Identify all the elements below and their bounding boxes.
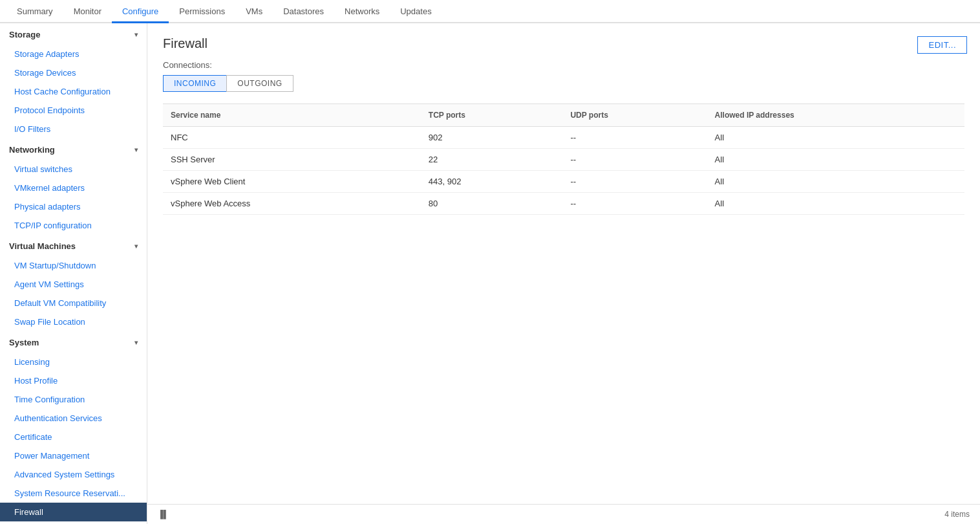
firewall-table: Service name TCP ports UDP ports Allowed… xyxy=(163,104,964,215)
sidebar-item-certificate[interactable]: Certificate xyxy=(0,428,147,446)
tab-monitor[interactable]: Monitor xyxy=(63,1,112,23)
table-header-row: Service name TCP ports UDP ports Allowed… xyxy=(163,104,964,127)
sidebar-item-authentication-services[interactable]: Authentication Services xyxy=(0,409,147,428)
chevron-down-icon: ▾ xyxy=(134,146,138,153)
sidebar-item-host-profile[interactable]: Host Profile xyxy=(0,371,147,390)
tab-permissions[interactable]: Permissions xyxy=(169,1,235,23)
sidebar-item-protocol-endpoints[interactable]: Protocol Endpoints xyxy=(0,101,147,120)
items-count: 4 items xyxy=(944,510,970,519)
cell-allowed: All xyxy=(707,193,964,215)
toggle-group: INCOMING OUTGOING xyxy=(163,75,964,92)
sidebar-item-storage-devices[interactable]: Storage Devices xyxy=(0,63,147,82)
cell-tcp: 22 xyxy=(421,149,563,171)
sidebar-item-vm-startup-shutdown[interactable]: VM Startup/Shutdown xyxy=(0,256,147,275)
sidebar-section-label: System xyxy=(9,338,39,347)
edit-button[interactable]: EDIT... xyxy=(917,36,967,54)
sidebar-item-swap-file-location[interactable]: Swap File Location xyxy=(0,312,147,331)
tab-datastores[interactable]: Datastores xyxy=(273,1,334,23)
sidebar-item-firewall[interactable]: Firewall xyxy=(0,503,147,521)
cell-udp: -- xyxy=(562,149,707,171)
sidebar-section-storage[interactable]: Storage▾ xyxy=(0,23,147,45)
cell-udp: -- xyxy=(562,171,707,193)
sidebar-item-time-configuration[interactable]: Time Configuration xyxy=(0,390,147,409)
sidebar-section-system[interactable]: System▾ xyxy=(0,331,147,353)
table-row: SSH Server22--All xyxy=(163,149,964,171)
sidebar-item-licensing[interactable]: Licensing xyxy=(0,353,147,371)
tab-networks[interactable]: Networks xyxy=(334,1,390,23)
col-header-udp: UDP ports xyxy=(562,104,707,127)
cell-tcp: 80 xyxy=(421,193,563,215)
incoming-toggle[interactable]: INCOMING xyxy=(163,75,226,92)
sidebar: Storage▾Storage AdaptersStorage DevicesH… xyxy=(0,23,147,524)
sidebar-section-label: Networking xyxy=(9,145,55,155)
table-row: vSphere Web Client443, 902--All xyxy=(163,171,964,193)
cell-tcp: 902 xyxy=(421,127,563,149)
cell-service: NFC xyxy=(163,127,421,149)
sidebar-item-virtual-switches[interactable]: Virtual switches xyxy=(0,160,147,179)
table-row: vSphere Web Access80--All xyxy=(163,193,964,215)
cell-tcp: 443, 902 xyxy=(421,171,563,193)
sidebar-item-i-o-filters[interactable]: I/O Filters xyxy=(0,120,147,138)
content-area: Firewall EDIT... Connections: INCOMING O… xyxy=(147,23,980,524)
cell-allowed: All xyxy=(707,127,964,149)
sidebar-item-storage-adapters[interactable]: Storage Adapters xyxy=(0,45,147,63)
cell-udp: -- xyxy=(562,127,707,149)
sidebar-item-agent-vm-settings[interactable]: Agent VM Settings xyxy=(0,275,147,294)
tab-summary[interactable]: Summary xyxy=(6,1,63,23)
cell-allowed: All xyxy=(707,149,964,171)
col-header-service: Service name xyxy=(163,104,421,127)
chevron-down-icon: ▾ xyxy=(134,339,138,346)
sidebar-section-virtual-machines[interactable]: Virtual Machines▾ xyxy=(0,235,147,256)
table-row: NFC902--All xyxy=(163,127,964,149)
chevron-down-icon: ▾ xyxy=(134,31,138,38)
tab-configure[interactable]: Configure xyxy=(112,1,169,23)
sidebar-item-tcp-ip-configuration[interactable]: TCP/IP configuration xyxy=(0,216,147,235)
cell-service: vSphere Web Access xyxy=(163,193,421,215)
sidebar-item-services[interactable]: Services xyxy=(0,521,147,524)
cell-allowed: All xyxy=(707,171,964,193)
cell-udp: -- xyxy=(562,193,707,215)
connections-label: Connections: xyxy=(163,60,964,70)
content-footer: ▐▌ 4 items xyxy=(147,504,980,524)
sidebar-section-networking[interactable]: Networking▾ xyxy=(0,138,147,160)
page-title: Firewall xyxy=(163,36,964,51)
cell-service: SSH Server xyxy=(163,149,421,171)
sidebar-item-system-resource-reservati-[interactable]: System Resource Reservati... xyxy=(0,484,147,503)
chevron-down-icon: ▾ xyxy=(134,243,138,250)
sidebar-item-host-cache-configuration[interactable]: Host Cache Configuration xyxy=(0,82,147,101)
col-header-tcp: TCP ports xyxy=(421,104,563,127)
outgoing-toggle[interactable]: OUTGOING xyxy=(226,75,293,92)
cell-service: vSphere Web Client xyxy=(163,171,421,193)
sidebar-item-default-vm-compatibility[interactable]: Default VM Compatibility xyxy=(0,294,147,312)
top-nav: SummaryMonitorConfigurePermissionsVMsDat… xyxy=(0,0,980,23)
tab-updates[interactable]: Updates xyxy=(390,1,442,23)
sidebar-section-label: Storage xyxy=(9,30,40,39)
sidebar-item-power-management[interactable]: Power Management xyxy=(0,446,147,465)
sidebar-item-physical-adapters[interactable]: Physical adapters xyxy=(0,197,147,216)
sidebar-item-vmkernel-adapters[interactable]: VMkernel adapters xyxy=(0,179,147,197)
sidebar-section-label: Virtual Machines xyxy=(9,241,76,251)
sidebar-item-advanced-system-settings[interactable]: Advanced System Settings xyxy=(0,465,147,484)
tab-vms[interactable]: VMs xyxy=(235,1,273,23)
footer-icon: ▐▌ xyxy=(158,510,169,519)
main-layout: Storage▾Storage AdaptersStorage DevicesH… xyxy=(0,23,980,524)
col-header-allowed: Allowed IP addresses xyxy=(707,104,964,127)
